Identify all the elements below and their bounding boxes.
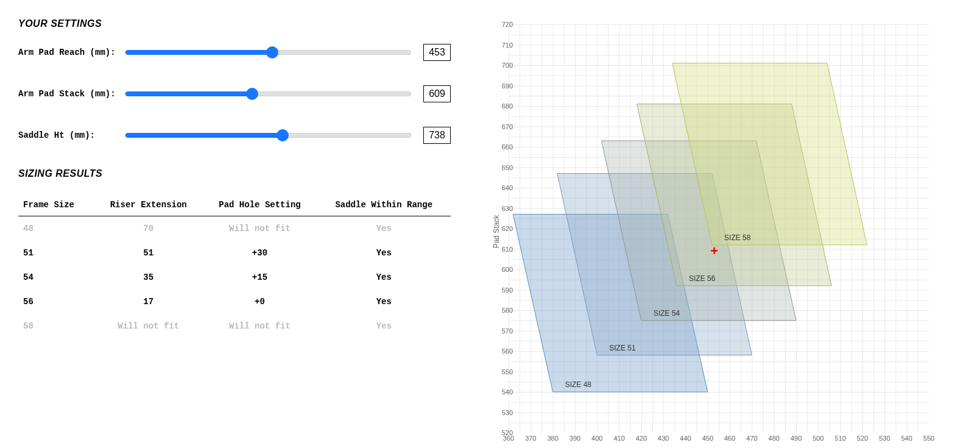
- table-row: 4870Will not fitYes: [18, 216, 451, 241]
- sizing-title: SIZING RESULTS: [18, 168, 451, 179]
- size-label: SIZE 51: [609, 344, 636, 352]
- settings-title: YOUR SETTINGS: [18, 18, 451, 29]
- x-tick: 400: [591, 435, 602, 442]
- x-tick: 530: [879, 435, 890, 442]
- x-tick: 440: [680, 435, 691, 442]
- slider-row: Saddle Ht (mm): 738: [18, 127, 451, 144]
- table-header: Saddle Within Range: [317, 194, 451, 216]
- slider-label: Saddle Ht (mm):: [18, 130, 119, 140]
- x-tick: 470: [746, 435, 757, 442]
- table-cell: +30: [202, 241, 317, 265]
- table-cell: Yes: [317, 241, 451, 265]
- table-cell: 35: [94, 265, 203, 290]
- table-cell: Will not fit: [202, 314, 317, 338]
- size-label: SIZE 48: [565, 380, 592, 389]
- table-cell: 48: [18, 216, 94, 241]
- table-cell: +15: [202, 265, 317, 290]
- x-tick: 450: [702, 435, 713, 442]
- x-tick: 500: [813, 435, 823, 442]
- x-tick: 360: [503, 435, 514, 442]
- x-tick: 550: [923, 435, 934, 442]
- table-cell: 58: [18, 314, 94, 338]
- slider-thumb[interactable]: [277, 129, 289, 141]
- x-tick: 380: [547, 435, 558, 442]
- slider-value[interactable]: 738: [423, 127, 451, 144]
- table-row: 5151+30Yes: [18, 241, 451, 265]
- fit-chart: Pad Stack 520530540550560570580590600610…: [475, 18, 938, 445]
- y-axis-label: Pad Stack: [492, 215, 501, 249]
- table-cell: 51: [18, 241, 94, 265]
- x-tick: 390: [569, 435, 580, 442]
- table-cell: Yes: [317, 216, 451, 241]
- slider-label: Arm Pad Stack (mm):: [18, 89, 119, 99]
- x-tick: 430: [658, 435, 669, 442]
- slider-row: Arm Pad Stack (mm): 609: [18, 85, 451, 102]
- size-label: SIZE 56: [689, 274, 716, 283]
- table-header: Frame Size: [18, 194, 94, 216]
- slider-value[interactable]: 453: [423, 44, 451, 61]
- chart-svg: SIZE 48SIZE 51SIZE 54SIZE 56SIZE 58+: [509, 24, 929, 433]
- slider-row: Arm Pad Reach (mm): 453: [18, 44, 451, 61]
- table-cell: 70: [94, 216, 203, 241]
- size-label: SIZE 54: [654, 309, 680, 318]
- table-cell: 54: [18, 265, 94, 290]
- x-tick: 490: [791, 435, 802, 442]
- table-cell: 51: [94, 241, 203, 265]
- slider-track[interactable]: [125, 50, 411, 55]
- table-cell: Will not fit: [202, 216, 317, 241]
- x-tick: 510: [835, 435, 846, 442]
- slider-track[interactable]: [125, 91, 411, 96]
- x-tick: 370: [525, 435, 536, 442]
- x-tick: 480: [769, 435, 780, 442]
- slider-track[interactable]: [125, 133, 411, 138]
- slider-value[interactable]: 609: [423, 85, 451, 102]
- table-cell: Will not fit: [94, 314, 203, 338]
- sizing-table: Frame SizeRiser ExtensionPad Hole Settin…: [18, 194, 451, 338]
- table-cell: Yes: [317, 265, 451, 290]
- slider-thumb[interactable]: [266, 46, 278, 59]
- table-row: 5435+15Yes: [18, 265, 451, 290]
- x-tick: 420: [636, 435, 647, 442]
- size-label: SIZE 58: [724, 233, 751, 242]
- table-row: 5617+0Yes: [18, 290, 451, 314]
- table-cell: 17: [94, 290, 203, 314]
- table-cell: Yes: [317, 290, 451, 314]
- table-cell: +0: [202, 290, 317, 314]
- fit-marker-icon: +: [710, 243, 718, 258]
- x-tick: 410: [613, 435, 624, 442]
- table-cell: Yes: [317, 314, 451, 338]
- table-row: 58Will not fitWill not fitYes: [18, 314, 451, 338]
- slider-thumb[interactable]: [246, 88, 258, 100]
- table-cell: 56: [18, 290, 94, 314]
- x-tick: 520: [857, 435, 868, 442]
- slider-label: Arm Pad Reach (mm):: [18, 48, 119, 57]
- table-header: Pad Hole Setting: [202, 194, 317, 216]
- x-tick: 540: [901, 435, 912, 442]
- x-tick: 460: [724, 435, 735, 442]
- table-header: Riser Extension: [94, 194, 203, 216]
